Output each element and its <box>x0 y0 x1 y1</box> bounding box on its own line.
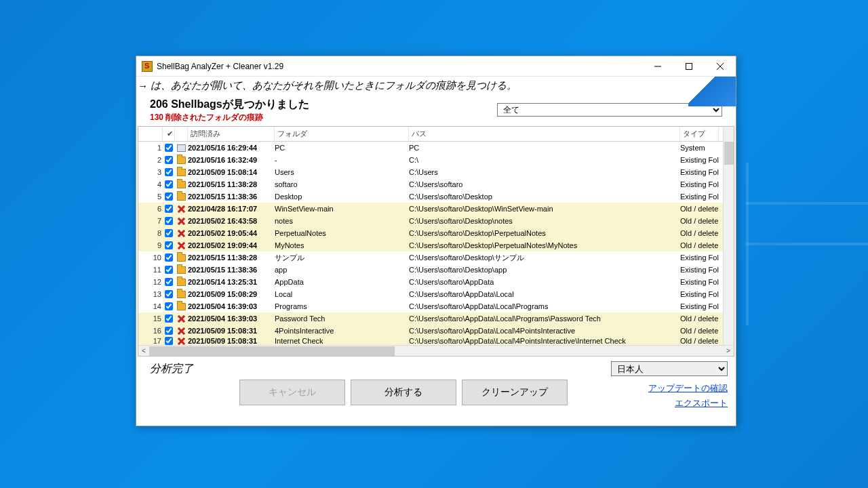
maximize-button[interactable] <box>673 56 705 77</box>
check-update-link[interactable]: アップデートの確認 <box>648 381 728 396</box>
row-icon <box>175 327 188 336</box>
status-text: 分析完了 <box>150 362 193 376</box>
row-icon <box>175 266 188 274</box>
analyze-button[interactable]: 分析する <box>351 380 456 405</box>
row-type: Existing Fol <box>680 266 719 274</box>
row-type: Existing Fol <box>680 290 719 298</box>
table-row[interactable]: 72021/05/02 16:43:58notesC:\Users\softar… <box>138 215 734 227</box>
cancel-button[interactable]: キャンセル <box>239 380 345 405</box>
table-row[interactable]: 112021/05/15 11:38:36appC:\Users\softaro… <box>138 264 734 276</box>
vscroll-thumb[interactable] <box>724 142 734 165</box>
table-row[interactable]: 82021/05/02 19:05:44PerpetualNotesC:\Use… <box>138 227 734 239</box>
col-visited[interactable]: 訪問済み <box>188 127 275 141</box>
row-visited: 2021/05/02 19:05:44 <box>188 229 275 237</box>
row-visited: 2021/05/09 15:08:14 <box>188 168 275 176</box>
table-row[interactable]: 92021/05/02 19:09:44MyNotesC:\Users\soft… <box>138 239 734 251</box>
row-visited: 2021/05/09 15:08:31 <box>188 327 275 335</box>
folder-icon <box>177 303 186 310</box>
row-folder: サンプル <box>275 253 409 263</box>
folder-icon <box>177 181 186 188</box>
row-checkbox[interactable] <box>163 156 175 164</box>
language-select[interactable]: 日本人 <box>611 361 728 376</box>
minimize-button[interactable] <box>642 56 673 77</box>
row-checkbox[interactable] <box>163 253 175 262</box>
vertical-scrollbar[interactable] <box>723 127 734 345</box>
row-number: 16 <box>138 327 163 335</box>
row-checkbox[interactable] <box>163 302 175 310</box>
row-checkbox[interactable] <box>163 205 175 213</box>
row-path: C:\Users\softaro\Desktop\notes <box>409 217 680 225</box>
row-checkbox[interactable] <box>163 266 175 274</box>
export-link[interactable]: エクスポート <box>648 396 728 411</box>
scroll-right-icon[interactable]: > <box>723 347 734 354</box>
horizontal-scrollbar[interactable]: < > <box>138 345 734 356</box>
row-checkbox[interactable] <box>163 278 175 286</box>
col-type[interactable]: タイプ <box>680 127 719 141</box>
col-path[interactable]: パス <box>409 127 680 141</box>
row-path: C:\Users\softaro\Desktop\サンプル <box>409 253 680 263</box>
row-path: C:\Users\softaro\Desktop <box>409 192 680 201</box>
row-checkbox[interactable] <box>163 180 175 188</box>
table-row[interactable]: 102021/05/15 11:38:28サンプルC:\Users\softar… <box>138 251 734 264</box>
table-row[interactable]: 152021/05/04 16:39:03Password TechC:\Use… <box>138 312 734 325</box>
row-path: C:\Users\softaro\AppData <box>409 278 680 286</box>
row-type: Existing Fol <box>680 156 719 164</box>
table-row[interactable]: 162021/05/09 15:08:314PointsInteractiveC… <box>138 325 734 337</box>
row-checkbox[interactable] <box>163 192 175 201</box>
row-visited: 2021/05/02 16:43:58 <box>188 217 275 225</box>
row-number: 17 <box>138 337 163 345</box>
table-header[interactable]: ✔ 訪問済み フォルダ パス タイプ <box>138 127 734 142</box>
col-check[interactable]: ✔ <box>163 127 175 141</box>
row-icon <box>175 144 188 152</box>
table-row[interactable]: 12021/05/16 16:29:44PCPCSystem <box>138 142 734 154</box>
row-checkbox[interactable] <box>163 337 175 345</box>
decorative-corner <box>688 77 736 106</box>
row-visited: 2021/05/15 11:38:28 <box>188 253 275 262</box>
col-folder[interactable]: フォルダ <box>275 127 409 141</box>
app-icon <box>142 61 153 72</box>
row-path: C:\Users\softaro\AppData\Local\4PointsIn… <box>409 337 680 345</box>
table-row[interactable]: 172021/05/09 15:08:31Internet CheckC:\Us… <box>138 337 734 345</box>
row-checkbox[interactable] <box>163 168 175 176</box>
table-row[interactable]: 32021/05/09 15:08:14UsersC:\UsersExistin… <box>138 166 734 178</box>
col-number[interactable] <box>138 127 163 141</box>
row-checkbox[interactable] <box>163 327 175 335</box>
row-checkbox[interactable] <box>163 144 175 152</box>
row-type: Existing Fol <box>680 278 719 286</box>
row-checkbox[interactable] <box>163 217 175 225</box>
deleted-icon <box>177 314 186 323</box>
row-icon <box>175 279 188 286</box>
row-icon <box>175 291 188 298</box>
table-body: 12021/05/16 16:29:44PCPCSystem22021/05/1… <box>138 142 734 345</box>
row-number: 4 <box>138 180 163 188</box>
table-row[interactable]: 142021/05/04 16:39:03ProgramsC:\Users\so… <box>138 300 734 312</box>
subtitle-text: は、あなたが開いて、あなたがそれを開いたときにフォルダの痕跡を見つける。 <box>151 79 517 92</box>
table-row[interactable]: 132021/05/09 15:08:29LocalC:\Users\softa… <box>138 288 734 300</box>
app-subtitle: → は、あなたが開いて、あなたがそれを開いたときにフォルダの痕跡を見つける。 <box>136 77 736 98</box>
row-path: C:\Users\softaro\AppData\Local\4PointsIn… <box>409 327 680 335</box>
row-checkbox[interactable] <box>163 314 175 323</box>
folder-icon <box>177 266 186 274</box>
row-checkbox[interactable] <box>163 229 175 237</box>
titlebar[interactable]: ShellBag AnalyZer + Cleaner v1.29 <box>136 56 736 77</box>
table-row[interactable]: 42021/05/15 11:38:28softaroC:\Users\soft… <box>138 178 734 190</box>
close-icon <box>717 63 724 70</box>
folder-icon <box>177 193 186 201</box>
table-row[interactable]: 62021/04/28 16:17:07WinSetView-mainC:\Us… <box>138 203 734 215</box>
row-checkbox[interactable] <box>163 290 175 298</box>
scroll-left-icon[interactable]: < <box>138 347 149 354</box>
row-number: 10 <box>138 253 163 262</box>
col-icon[interactable] <box>175 127 188 141</box>
folder-icon <box>177 254 186 262</box>
close-button[interactable] <box>705 56 736 77</box>
table-row[interactable]: 22021/05/16 16:32:49-C:\Existing Fol <box>138 154 734 166</box>
table-row[interactable]: 122021/05/14 13:25:31AppDataC:\Users\sof… <box>138 276 734 288</box>
row-visited: 2021/05/15 11:38:28 <box>188 180 275 188</box>
cleanup-button[interactable]: クリーンアップ <box>462 380 568 405</box>
hscroll-thumb[interactable] <box>149 346 395 356</box>
row-icon <box>175 314 188 323</box>
summary: 206 Shellbagsが見つかりました 130 削除されたフォルダの痕跡 <box>150 98 309 123</box>
table-row[interactable]: 52021/05/15 11:38:36DesktopC:\Users\soft… <box>138 190 734 203</box>
row-checkbox[interactable] <box>163 241 175 249</box>
row-number: 6 <box>138 205 163 213</box>
